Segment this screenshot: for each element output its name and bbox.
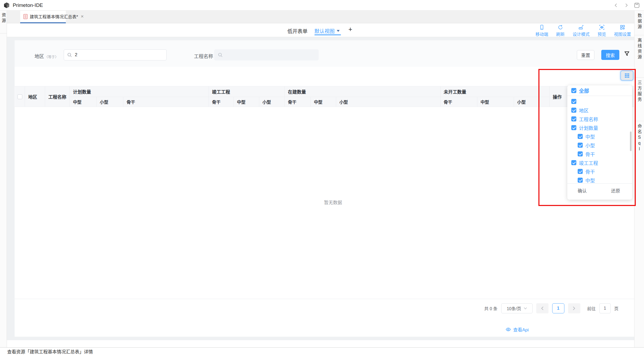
checkbox-checked-icon[interactable]: [578, 134, 583, 139]
mobile-label: 移动端: [535, 31, 548, 37]
mobile-icon: [539, 24, 545, 30]
col-group-inprogress[interactable]: 在建数量: [285, 86, 440, 97]
panel-item-label: 地区: [579, 107, 589, 114]
panel-select-all-row[interactable]: 全部: [567, 85, 632, 96]
col-group-notstarted[interactable]: 未开工数量: [440, 86, 550, 97]
sidebar-item-resources[interactable]: 资源: [1, 11, 6, 24]
pagination: 共 0 条 10条/页 1 前往: [484, 303, 619, 313]
col-completed-small[interactable]: 小型: [259, 97, 285, 107]
view-settings-label: 视图设置: [614, 31, 631, 37]
design-mode-button[interactable]: 设计模式: [573, 24, 590, 37]
view-api-link[interactable]: 查看Api: [505, 326, 529, 333]
project-input[interactable]: [226, 52, 315, 58]
col-notstarted-medium[interactable]: 中型: [477, 97, 514, 107]
checkbox-checked-icon[interactable]: [578, 151, 583, 156]
col-group-planned[interactable]: 计划数量: [70, 86, 209, 97]
col-notstarted-small[interactable]: 小型: [514, 97, 550, 107]
region-search-input[interactable]: [64, 49, 167, 60]
checkbox-checked-icon[interactable]: [578, 178, 583, 183]
add-view-button[interactable]: +: [348, 25, 352, 33]
reset-button[interactable]: 重置: [577, 50, 594, 60]
status-bar: 查看资源「建筑工程基本情况汇总表」详情: [0, 347, 644, 355]
col-planned-small[interactable]: 小型: [97, 97, 123, 107]
col-inprogress-backbone[interactable]: 骨干: [285, 97, 311, 107]
save-icon[interactable]: [634, 2, 640, 8]
document-icon: [23, 14, 28, 19]
editor-tab-title: 建筑工程基本情况汇总表*: [30, 13, 78, 20]
panel-item-planned-backbone[interactable]: 骨干: [567, 150, 632, 158]
current-page-button[interactable]: 1: [552, 303, 564, 313]
panel-item[interactable]: [567, 97, 632, 106]
checkbox-checked-icon[interactable]: [571, 125, 576, 130]
history-back-icon[interactable]: [614, 3, 619, 8]
panel-item-completed-backbone[interactable]: 骨干: [567, 167, 632, 176]
panel-item-label: 骨干: [585, 168, 595, 175]
panel-item-label: 中型: [585, 133, 595, 140]
panel-item-completed-medium[interactable]: 中型: [567, 176, 632, 183]
checkbox-checked-icon[interactable]: [571, 88, 576, 93]
panel-item-planned-medium[interactable]: 中型: [567, 132, 632, 141]
panel-item-project[interactable]: 工程名称: [567, 115, 632, 123]
default-view-label: 默认视图: [314, 27, 335, 34]
checkbox-checked-icon[interactable]: [571, 108, 576, 113]
panel-scrollbar[interactable]: [630, 132, 632, 151]
col-project[interactable]: 工程名称: [45, 86, 70, 107]
checkbox-checked-icon[interactable]: [578, 143, 583, 148]
goto-page-input[interactable]: [599, 303, 611, 313]
checkbox-checked-icon[interactable]: [578, 169, 583, 174]
preview-icon: [599, 24, 605, 30]
region-input[interactable]: [75, 52, 163, 58]
search-button[interactable]: 搜索: [601, 50, 619, 60]
col-completed-backbone[interactable]: 骨干: [209, 97, 234, 107]
col-inprogress-small[interactable]: 小型: [336, 97, 440, 107]
refresh-button[interactable]: 刷新: [556, 24, 565, 37]
panel-item-label: 竣工工程: [579, 159, 598, 166]
right-sidebar: 数据源 离线资源 三方服务 命名Sql: [634, 11, 644, 347]
region-operator: 〈等于〉: [45, 55, 58, 59]
goto-label: 前往: [587, 305, 596, 312]
mobile-button[interactable]: 移动端: [535, 24, 548, 37]
checkbox-checked-icon[interactable]: [571, 160, 576, 165]
col-notstarted-backbone[interactable]: 骨干: [440, 97, 477, 107]
sidebar-item-named-sql[interactable]: 命名Sql: [637, 124, 641, 163]
editor-tab[interactable]: 建筑工程基本情况汇总表* ×: [20, 11, 66, 22]
data-table: 地区 工程名称 计划数量 竣工工程 在建数量 未开工数量 操作 中型 小型 骨干…: [15, 86, 634, 107]
restore-button[interactable]: 还原: [611, 187, 620, 194]
checkbox-checked-icon[interactable]: [571, 116, 576, 121]
panel-item-planned[interactable]: 计划数量: [567, 123, 632, 132]
editor-tab-strip: 建筑工程基本情况汇总表* ×: [7, 11, 634, 23]
panel-item-region[interactable]: 地区: [567, 106, 632, 115]
view-settings-button[interactable]: 视图设置: [614, 24, 631, 37]
panel-item-completed[interactable]: 竣工工程: [567, 158, 632, 167]
next-page-button[interactable]: [568, 303, 580, 313]
col-region[interactable]: 地区: [25, 86, 45, 107]
col-inprogress-medium[interactable]: 中型: [311, 97, 336, 107]
rail-divider: [0, 33, 7, 33]
col-completed-medium[interactable]: 中型: [234, 97, 259, 107]
panel-item-planned-small[interactable]: 小型: [567, 141, 632, 150]
column-settings-button[interactable]: [620, 71, 633, 81]
col-planned-backbone[interactable]: 骨干: [123, 97, 209, 107]
chevron-down-icon: [336, 30, 340, 32]
preview-button[interactable]: 预览: [598, 24, 606, 37]
close-icon[interactable]: ×: [81, 14, 84, 19]
project-search-input[interactable]: [214, 49, 319, 60]
prev-page-button[interactable]: [536, 303, 548, 313]
col-planned-medium[interactable]: 中型: [70, 97, 97, 107]
sidebar-item-datasource[interactable]: 数据源: [637, 13, 641, 32]
view-api-label: 查看Api: [513, 326, 529, 333]
view-toolbar: 低开表单 默认视图 + 移动端: [7, 23, 634, 37]
sidebar-item-offline-resources[interactable]: 离线资源: [637, 38, 641, 75]
tab-default-view[interactable]: 默认视图: [314, 27, 340, 34]
select-all-checkbox[interactable]: [18, 94, 22, 99]
page-size-select[interactable]: 10条/页: [501, 303, 533, 313]
confirm-button[interactable]: 确认: [578, 187, 587, 194]
title-bar: Primeton-IDE: [0, 0, 644, 11]
checkbox-checked-icon[interactable]: [571, 99, 576, 104]
refresh-icon: [557, 24, 563, 30]
sidebar-item-third-party-services[interactable]: 三方服务: [637, 80, 641, 118]
history-forward-icon[interactable]: [624, 3, 629, 8]
filter-icon[interactable]: [624, 51, 630, 57]
col-group-completed[interactable]: 竣工工程: [209, 86, 285, 97]
content-area: 地区〈等于〉 工程名称: [7, 37, 634, 340]
